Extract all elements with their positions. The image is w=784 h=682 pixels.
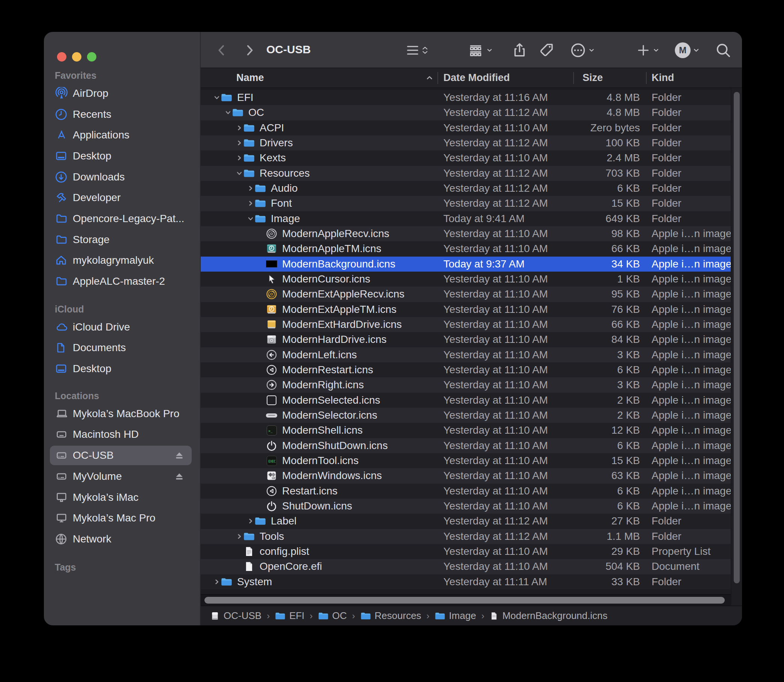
download-circle-icon <box>55 170 71 183</box>
table-row[interactable]: ModernExtAppleTM.icnsYesterday at 11:10 … <box>201 302 731 317</box>
path-item-modernbackground-icns[interactable]: ModernBackground.icns <box>489 610 607 621</box>
column-divider[interactable] <box>437 72 438 84</box>
file-name: Resources <box>260 166 310 181</box>
table-row[interactable]: ModernSelected.icnsYesterday at 11:10 AM… <box>201 393 731 408</box>
table-row[interactable]: DriversYesterday at 11:12 AM100 KBFolder <box>201 135 731 150</box>
avatar[interactable]: M <box>675 42 691 58</box>
sidebar-item-oc-usb[interactable]: OC-USB <box>44 445 200 466</box>
add-icon[interactable] <box>636 32 661 68</box>
sidebar-item-applealc-master-2[interactable]: AppleALC-master-2 <box>44 271 200 292</box>
file-kind: Folder <box>652 513 681 529</box>
sidebar-item-recents[interactable]: Recents <box>44 104 200 125</box>
table-row[interactable]: ModernShutDown.icnsYesterday at 11:10 AM… <box>201 438 731 453</box>
table-row[interactable]: OpenCore.efiYesterday at 11:10 AM504 KBD… <box>201 559 731 574</box>
sidebar-item-myvolume[interactable]: MyVolume <box>44 466 200 487</box>
table-row[interactable]: ModernAppleTM.icnsYesterday at 11:10 AM6… <box>201 241 731 256</box>
circle-right-icon <box>266 379 277 391</box>
path-item-image[interactable]: Image <box>435 610 476 621</box>
sidebar-item-macintosh-hd[interactable]: Macintosh HD <box>44 424 200 445</box>
table-row[interactable]: LabelYesterday at 11:12 AM27 KBFolder <box>201 513 731 529</box>
sidebar-item-mykola-s-mac-pro[interactable]: Mykola’s Mac Pro <box>44 508 200 529</box>
tag-icon[interactable] <box>539 32 555 68</box>
column-header-kind[interactable]: Kind <box>652 68 674 88</box>
table-row[interactable]: ToolsYesterday at 11:12 AM1.1 MBFolder <box>201 529 731 544</box>
path-item-oc-usb[interactable]: OC-USB <box>210 610 261 621</box>
column-divider[interactable] <box>646 72 647 84</box>
table-row[interactable]: EFIYesterday at 11:16 AM4.8 MBFolder <box>201 90 731 105</box>
table-row[interactable]: Restart.icnsYesterday at 11:10 AM6 KBApp… <box>201 484 731 499</box>
table-row[interactable]: ModernSelector.icnsYesterday at 11:10 AM… <box>201 408 731 423</box>
table-row[interactable]: OCYesterday at 11:12 AM4.8 MBFolder <box>201 105 731 120</box>
toolbar: OC-USB M <box>201 32 742 68</box>
column-divider[interactable] <box>573 72 574 84</box>
file-size: 95 KB <box>550 287 640 302</box>
vertical-scrollbar-thumb[interactable] <box>734 92 740 583</box>
sidebar-item-icloud-drive[interactable]: iCloud Drive <box>44 317 200 338</box>
sidebar-item-mykola-s-macbook-pro[interactable]: Mykola’s MacBook Pro <box>44 403 200 424</box>
vertical-scrollbar[interactable] <box>731 88 742 606</box>
sidebar-item-applications[interactable]: Applications <box>44 124 200 145</box>
sidebar-item-developer[interactable]: Developer <box>44 187 200 208</box>
file-name: ModernAppleRecv.icns <box>282 226 389 241</box>
sidebar-item-storage[interactable]: Storage <box>44 229 200 250</box>
sidebar-item-mykola-s-imac[interactable]: Mykola’s iMac <box>44 487 200 508</box>
forward-button[interactable] <box>242 32 257 68</box>
sidebar-item-desktop[interactable]: Desktop <box>44 145 200 167</box>
eject-icon[interactable] <box>174 450 185 461</box>
table-row[interactable]: AudioYesterday at 11:12 AM6 KBFolder <box>201 181 731 196</box>
table-row[interactable]: ImageToday at 9:41 AM649 KBFolder <box>201 211 731 226</box>
sidebar-item-desktop[interactable]: Desktop <box>44 358 200 379</box>
eject-icon[interactable] <box>174 471 185 482</box>
sidebar-item-network[interactable]: Network <box>44 529 200 550</box>
sidebar-item-mykolagrymalyuk[interactable]: mykolagrymalyuk <box>44 250 200 271</box>
circle-restart-icon <box>266 485 277 497</box>
table-row[interactable]: KextsYesterday at 11:10 AM2.4 MBFolder <box>201 150 731 166</box>
column-header-date[interactable]: Date Modified <box>443 68 510 88</box>
table-row[interactable]: ModernBackground.icnsToday at 9:37 AM34 … <box>201 257 731 272</box>
table-row[interactable]: ModernExtHardDrive.icnsYesterday at 11:1… <box>201 317 731 332</box>
file-date-modified: Yesterday at 11:10 AM <box>443 241 548 256</box>
horizontal-scrollbar-thumb[interactable] <box>204 597 725 604</box>
table-row[interactable]: ResourcesYesterday at 11:12 AM703 KBFold… <box>201 166 731 181</box>
path-item-efi[interactable]: EFI <box>275 610 304 621</box>
hdd-silver-icon <box>266 333 277 346</box>
table-row[interactable]: ModernRight.icnsYesterday at 11:10 AM3 K… <box>201 378 731 392</box>
search-icon[interactable] <box>715 32 732 68</box>
table-row[interactable]: ModernAppleRecv.icnsYesterday at 11:10 A… <box>201 226 731 241</box>
table-row[interactable]: ModernRestart.icnsYesterday at 11:10 AM6… <box>201 362 731 378</box>
account-avatar[interactable]: M <box>675 32 702 68</box>
sidebar-item-downloads[interactable]: Downloads <box>44 167 200 188</box>
table-row[interactable]: SystemYesterday at 11:11 AM33 KBFolder <box>201 574 731 590</box>
table-row[interactable]: FontYesterday at 11:12 AM15 KBFolder <box>201 196 731 211</box>
path-bar: OC-USB› EFI› OC› Resources› Image›Modern… <box>201 606 742 625</box>
table-row[interactable]: ShutDown.icnsYesterday at 11:10 AM6 KBAp… <box>201 499 731 513</box>
power-icon <box>266 440 277 452</box>
share-icon[interactable] <box>511 32 528 68</box>
back-button[interactable] <box>214 32 229 68</box>
column-header-size[interactable]: Size <box>583 68 603 88</box>
path-item-oc[interactable]: OC <box>318 610 347 621</box>
sidebar-section-icloud: iCloud <box>44 302 200 317</box>
table-row[interactable]: ACPIYesterday at 11:10 AMZero bytesFolde… <box>201 120 731 135</box>
path-item-resources[interactable]: Resources <box>360 610 421 621</box>
path-separator: › <box>352 611 355 621</box>
circle-restart-icon <box>266 364 277 376</box>
group-by-icon[interactable] <box>467 32 495 68</box>
table-row[interactable]: ModernHardDrive.icnsYesterday at 11:10 A… <box>201 332 731 347</box>
table-row[interactable]: ModernLeft.icnsYesterday at 11:10 AM3 KB… <box>201 347 731 362</box>
table-row[interactable]: EXECModernTool.icnsYesterday at 11:10 AM… <box>201 453 731 468</box>
table-row[interactable]: ModernCursor.icnsYesterday at 11:10 AM1 … <box>201 272 731 287</box>
sidebar-item-opencore-legacy-pat-[interactable]: Opencore-Legacy-Pat... <box>44 208 200 229</box>
file-size: 100 KB <box>550 135 640 150</box>
list-view-icon[interactable] <box>405 32 430 68</box>
sidebar-item-documents[interactable]: Documents <box>44 338 200 359</box>
more-circle-icon[interactable] <box>570 32 597 68</box>
table-row[interactable]: ModernExtAppleRecv.icnsYesterday at 11:1… <box>201 287 731 302</box>
table-row[interactable]: >_ModernShell.icnsYesterday at 11:10 AM1… <box>201 423 731 438</box>
table-row[interactable]: config.plistYesterday at 11:10 AM29 KBPr… <box>201 544 731 559</box>
horizontal-scrollbar[interactable] <box>201 594 731 606</box>
table-row[interactable]: ModernWindows.icnsYesterday at 11:10 AM6… <box>201 468 731 483</box>
file-size: 6 KB <box>550 499 640 513</box>
sidebar-item-airdrop[interactable]: AirDrop <box>44 83 200 104</box>
column-header-name[interactable]: Name <box>236 68 264 88</box>
